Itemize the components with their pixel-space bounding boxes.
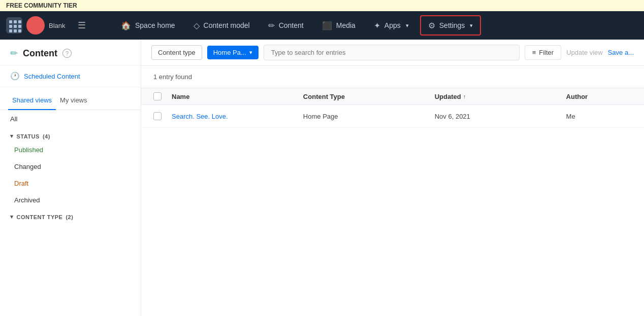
nav-label-space-home: Space home <box>135 21 175 29</box>
tab-my-views[interactable]: My views <box>56 91 91 110</box>
sidebar-filter-archived[interactable]: Archived <box>0 192 141 208</box>
sidebar-filter-published[interactable]: Published <box>0 142 141 158</box>
content-type-label: CONTENT TYPE <box>17 214 63 220</box>
header-content-type: Content Type <box>303 93 435 100</box>
content-icon: ✏ <box>268 21 275 30</box>
table-row: Search. See. Love. Home Page Nov 6, 2021… <box>141 105 644 128</box>
row-check <box>153 112 172 120</box>
filter-icon: ≡ <box>532 49 536 56</box>
hamburger-menu[interactable]: ☰ <box>70 20 94 31</box>
scheduled-content-link[interactable]: 🕐 Scheduled Content <box>0 65 141 87</box>
home-pa-chevron-icon: ▾ <box>249 49 252 56</box>
status-section-header[interactable]: ▾ STATUS (4) <box>0 128 141 142</box>
table-header: Name Content Type Updated ↑ Author <box>141 88 644 105</box>
clock-icon: 🕐 <box>10 72 20 81</box>
table-area: 1 entry found Name Content Type Updated … <box>141 66 644 316</box>
apps-icon: ✦ <box>374 21 380 30</box>
navbar-left: Blank ☰ <box>0 16 112 34</box>
row-name[interactable]: Search. See. Love. <box>172 113 303 120</box>
content-type-count: (2) <box>66 214 73 220</box>
nav-item-media[interactable]: ⬛ Media <box>313 11 365 40</box>
draft-label: Draft <box>14 180 28 187</box>
save-label: Save a... <box>608 49 634 56</box>
nav-item-content-model[interactable]: ◇ Content model <box>184 11 259 40</box>
content-model-icon: ◇ <box>194 21 200 30</box>
settings-chevron-icon: ▾ <box>470 22 473 29</box>
nav-label-media: Media <box>336 21 356 29</box>
home-icon: 🏠 <box>121 21 131 30</box>
content-area: ✏ Content ? 🕐 Scheduled Content Shared v… <box>0 40 644 316</box>
settings-icon: ⚙ <box>428 21 435 30</box>
media-icon: ⬛ <box>322 21 332 30</box>
my-views-label: My views <box>60 96 87 104</box>
navbar: Blank ☰ 🏠 Space home ◇ Content model ✏ C… <box>0 11 644 40</box>
updated-label: Updated <box>435 93 461 100</box>
help-icon[interactable]: ? <box>62 49 72 58</box>
content-type-chevron-icon: ▾ <box>10 214 14 220</box>
apps-chevron-icon: ▾ <box>406 22 409 29</box>
views-tabs: Shared views My views <box>0 91 141 110</box>
sidebar: ✏ Content ? 🕐 Scheduled Content Shared v… <box>0 40 141 316</box>
content-type-section-header[interactable]: ▾ CONTENT TYPE (2) <box>0 208 141 222</box>
header-updated: Updated ↑ <box>435 93 566 100</box>
select-all-checkbox[interactable] <box>153 92 162 100</box>
content-edit-icon: ✏ <box>10 48 18 59</box>
toolbar: Content type Home Pa... ▾ ≡ Filter Updat… <box>141 40 644 66</box>
entry-count: 1 entry found <box>141 66 644 88</box>
tab-shared-views[interactable]: Shared views <box>8 91 56 110</box>
update-view-button[interactable]: Update view <box>566 49 603 56</box>
free-tier-banner: FREE COMMUNITY TIER <box>0 0 644 11</box>
nav-label-apps: Apps <box>384 21 401 29</box>
nav-label-content-model: Content model <box>204 21 250 29</box>
nav-label-content: Content <box>279 21 304 29</box>
nav-items: 🏠 Space home ◇ Content model ✏ Content ⬛… <box>112 11 644 40</box>
header-author: Author <box>566 93 632 100</box>
changed-label: Changed <box>14 163 41 170</box>
nav-item-space-home[interactable]: 🏠 Space home <box>112 11 184 40</box>
sidebar-header: ✏ Content ? <box>0 40 141 65</box>
filter-button[interactable]: ≡ Filter <box>525 45 561 60</box>
archived-label: Archived <box>14 196 40 204</box>
content-type-button[interactable]: Content type <box>151 45 202 60</box>
published-label: Published <box>14 146 43 154</box>
status-label: STATUS <box>17 133 40 139</box>
row-checkbox[interactable] <box>153 112 162 120</box>
main-content: Content type Home Pa... ▾ ≡ Filter Updat… <box>141 40 644 316</box>
scheduled-content-label: Scheduled Content <box>24 73 80 80</box>
help-label: ? <box>66 50 69 56</box>
content-type-button-label: Content type <box>158 49 196 56</box>
header-name: Name <box>172 93 303 100</box>
row-author: Me <box>566 113 632 120</box>
shared-views-label: Shared views <box>12 96 52 104</box>
banner-text: FREE COMMUNITY TIER <box>6 2 77 9</box>
apps-grid-icon[interactable] <box>6 17 22 33</box>
brand-avatar <box>26 16 45 34</box>
all-label: All <box>10 115 17 123</box>
sort-arrow-icon[interactable]: ↑ <box>463 93 466 99</box>
sidebar-title: Content <box>23 48 57 59</box>
sidebar-filter-changed[interactable]: Changed <box>0 158 141 175</box>
status-chevron-icon: ▾ <box>10 133 14 139</box>
row-content-type: Home Page <box>303 113 435 120</box>
header-check <box>153 92 172 100</box>
home-page-filter-button[interactable]: Home Pa... ▾ <box>207 46 259 59</box>
nav-item-content[interactable]: ✏ Content <box>259 11 313 40</box>
search-input[interactable] <box>264 45 520 60</box>
nav-item-settings[interactable]: ⚙ Settings ▾ <box>420 15 481 36</box>
sidebar-filter-draft[interactable]: Draft <box>0 175 141 192</box>
sidebar-all-item[interactable]: All <box>0 110 141 128</box>
nav-label-settings: Settings <box>439 21 465 29</box>
update-view-label: Update view <box>566 49 603 56</box>
filter-label: Filter <box>539 49 554 56</box>
home-pa-label: Home Pa... <box>213 49 246 56</box>
brand-name: Blank <box>49 22 66 29</box>
nav-item-apps[interactable]: ✦ Apps ▾ <box>365 11 418 40</box>
save-button[interactable]: Save a... <box>608 49 634 56</box>
row-updated: Nov 6, 2021 <box>435 113 566 120</box>
status-count: (4) <box>43 133 50 139</box>
